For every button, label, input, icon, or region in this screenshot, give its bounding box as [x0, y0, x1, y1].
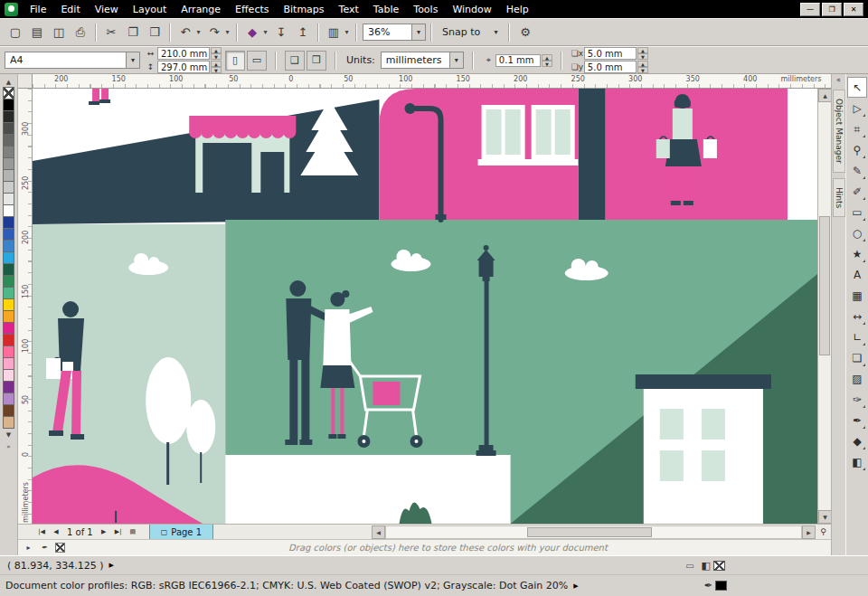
paper-size-select[interactable]: A4 ▾ [5, 52, 140, 69]
profiles-flyout-icon[interactable]: ▶ [573, 582, 578, 590]
color-swatch[interactable] [3, 404, 14, 417]
menu-item[interactable]: Layout [126, 1, 174, 18]
vertical-ruler[interactable]: 300250200150100500 millimeters [18, 89, 33, 524]
duplicate-x-spinner[interactable]: ▲▼ [637, 47, 648, 60]
color-swatch[interactable] [3, 322, 14, 335]
menu-item[interactable]: Text [332, 1, 366, 18]
redo-dropdown[interactable]: ▾ [222, 22, 232, 43]
interactive-fill-tool[interactable]: ◧ [847, 451, 867, 472]
ellipse-tool[interactable]: ○ [847, 222, 867, 243]
status-flyout-icon[interactable]: ▶ [109, 562, 114, 569]
color-swatch[interactable] [3, 99, 14, 111]
horizontal-scroll-track[interactable] [385, 525, 802, 539]
fill-indicator[interactable]: ◧ [702, 560, 725, 572]
portrait-button[interactable]: ▯ [225, 51, 245, 71]
menu-item[interactable]: Help [499, 1, 536, 18]
menu-item[interactable]: Window [445, 1, 498, 18]
table-tool[interactable]: ▦ [847, 285, 867, 306]
nudge-offset-input[interactable]: 0.1 mm [495, 54, 541, 67]
freehand-tool[interactable]: ✎ [847, 160, 867, 181]
color-swatch[interactable] [3, 251, 14, 264]
minimize-button[interactable]: — [800, 3, 820, 16]
color-swatch[interactable] [3, 181, 14, 194]
landscape-button[interactable]: ▭ [247, 51, 267, 71]
crop-tool[interactable]: ⌗ [847, 118, 867, 139]
horizontal-ruler[interactable]: 20015010050050100150200250300350400 mill… [33, 74, 831, 89]
scroll-right-icon[interactable]: ▶ [802, 525, 816, 539]
import-button[interactable]: ↧ [270, 22, 292, 43]
color-swatch[interactable] [3, 169, 14, 182]
menu-item[interactable]: Bitmaps [276, 1, 331, 18]
ruler-origin[interactable] [18, 74, 33, 89]
open-button[interactable]: ▤ [26, 22, 48, 43]
menu-item[interactable]: Edit [53, 1, 87, 18]
export-button[interactable]: ↥ [292, 22, 314, 43]
horizontal-scroll-thumb[interactable] [527, 527, 652, 537]
outline-indicator[interactable]: ✒ [704, 580, 727, 591]
no-color-swatch[interactable] [55, 543, 65, 553]
zoom-corner-button[interactable]: ⚲ [816, 525, 831, 539]
color-swatch[interactable] [3, 334, 14, 346]
vertical-scroll-track[interactable] [818, 102, 831, 510]
dimension-tool[interactable]: ↔ [847, 306, 867, 326]
rectangle-tool[interactable]: ▭ [847, 202, 867, 222]
drop-shadow-tool[interactable]: ❏ [847, 347, 867, 368]
print-button[interactable]: ⎙ [70, 22, 91, 43]
eyedropper-icon[interactable]: ✒ [39, 544, 51, 552]
color-swatch[interactable] [3, 287, 14, 299]
connector-tool[interactable]: ∟ [847, 326, 867, 347]
paper-height-spinner[interactable]: ▲▼ [211, 61, 222, 73]
outline-pen-tool[interactable]: ✒ [847, 410, 867, 430]
color-swatch[interactable] [3, 393, 14, 405]
color-swatch[interactable] [3, 310, 14, 323]
first-page-button[interactable]: |◀ [34, 525, 49, 539]
palette-scroll-down-icon[interactable]: ▼ [3, 429, 15, 440]
chevron-down-icon[interactable]: ▾ [489, 24, 503, 40]
shape-tool[interactable]: ▷ [847, 98, 867, 118]
transparency-tool[interactable]: ▨ [847, 368, 867, 389]
nudge-offset-spinner[interactable]: ▲▼ [542, 54, 552, 67]
color-swatch[interactable] [3, 298, 14, 311]
chevron-down-icon[interactable]: ▾ [411, 24, 425, 40]
last-page-button[interactable]: ▶| [111, 525, 126, 539]
vertical-scroll-thumb[interactable] [819, 216, 830, 355]
chevron-down-icon[interactable]: ▾ [449, 52, 463, 68]
color-swatch[interactable] [3, 369, 14, 382]
paper-width-spinner[interactable]: ▲▼ [211, 47, 222, 60]
color-swatch[interactable] [3, 216, 14, 229]
color-swatch[interactable] [3, 240, 14, 252]
horizontal-scrollbar[interactable]: ◀ ▶ [372, 525, 816, 539]
vertical-scrollbar[interactable]: ▲ ▼ [817, 89, 831, 524]
welcome-screen-dropdown[interactable]: ▾ [342, 22, 352, 43]
color-swatch[interactable] [3, 228, 14, 241]
fill-tool[interactable]: ◆ [847, 430, 867, 451]
docker-tab[interactable]: Hints [833, 178, 845, 217]
next-page-button[interactable]: ▶ [97, 525, 111, 539]
color-swatch[interactable] [3, 193, 14, 205]
collapse-dockers-icon[interactable]: « [836, 76, 841, 84]
proof-settings-icon[interactable]: ▭ [685, 561, 693, 571]
paper-width-input[interactable]: 210.0 mm [157, 47, 210, 60]
no-color-swatch[interactable] [3, 87, 14, 99]
menu-item[interactable]: File [23, 1, 53, 18]
prev-page-button[interactable]: ◀ [49, 525, 63, 539]
color-swatch[interactable] [3, 122, 14, 135]
current-page-button[interactable]: ❒ [307, 51, 326, 71]
color-swatch[interactable] [3, 381, 14, 393]
palette-flyout-icon[interactable]: » [3, 440, 15, 452]
color-swatch[interactable] [3, 275, 14, 288]
paste-button[interactable]: ❒ [144, 22, 165, 43]
docker-tab[interactable]: Object Manager [833, 90, 845, 173]
pick-tool[interactable]: ↖ [847, 77, 867, 98]
copy-button[interactable]: ❐ [122, 22, 144, 43]
snap-to-select[interactable]: Snap to ▾ [437, 24, 504, 41]
menu-item[interactable]: Tools [406, 1, 445, 18]
chevron-down-icon[interactable]: ▾ [126, 52, 139, 68]
menu-item[interactable]: Arrange [174, 1, 228, 18]
color-swatch[interactable] [3, 357, 14, 370]
app-launcher-dropdown[interactable]: ▾ [260, 22, 270, 43]
color-swatch[interactable] [3, 110, 14, 123]
color-swatch[interactable] [3, 134, 14, 147]
scroll-up-icon[interactable]: ▲ [818, 89, 832, 102]
duplicate-x-input[interactable]: 5.0 mm [584, 47, 637, 60]
